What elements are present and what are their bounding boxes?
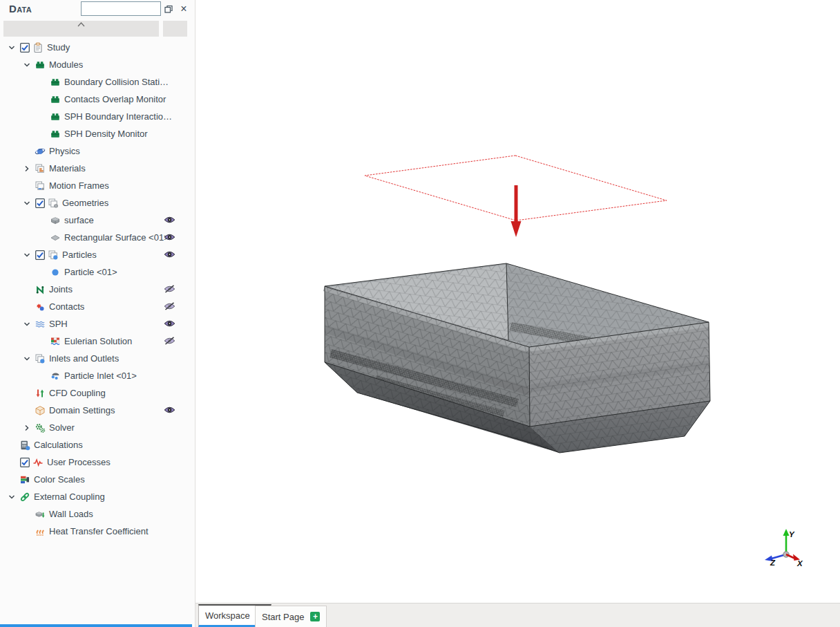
eye-visible-icon[interactable] [164, 250, 175, 259]
tree-checkbox[interactable] [18, 39, 31, 56]
eye-visible-icon[interactable] [164, 406, 175, 414]
tree-row[interactable]: SPH [0, 315, 195, 333]
tree-item-label: Contacts [49, 301, 84, 312]
orientation-axes: Y Z X [765, 529, 803, 568]
chevron-spacer [6, 453, 18, 471]
tree-row[interactable]: CFD Coupling [0, 384, 195, 402]
tree-row[interactable]: External Coupling [0, 488, 195, 505]
chevron-spacer [36, 73, 48, 91]
tree-row[interactable]: Solver [0, 419, 195, 436]
tree-row[interactable]: Color Scales [0, 471, 195, 488]
eye-visible-icon[interactable] [164, 233, 175, 241]
tree-row[interactable]: Eulerian Solution [0, 333, 195, 350]
tree-row[interactable]: Particle Inlet <01> [0, 367, 195, 384]
viewport-3d[interactable]: Y Z X [195, 0, 840, 603]
tree-row[interactable]: Particles [0, 246, 195, 263]
tree-item-label: Materials [49, 163, 86, 174]
tree-checkbox[interactable] [33, 246, 46, 263]
tree-row[interactable]: Boundary Collision Stati… [0, 73, 195, 91]
eye-visible-icon[interactable] [164, 216, 175, 224]
tree-row[interactable]: SPH Density Monitor [0, 125, 195, 142]
chevron-spacer [21, 298, 33, 315]
tree-item-label: Physics [49, 146, 80, 156]
tree-item-label: Contacts Overlap Monitor [64, 94, 166, 104]
panel-title: Data [9, 3, 32, 15]
tree-row[interactable]: Contacts [0, 298, 195, 315]
tab-workspace-label: Workspace [205, 610, 250, 621]
tree-item-label: Heat Transfer Coefficient [49, 526, 149, 536]
calculations-icon [18, 436, 32, 453]
undock-panel-icon[interactable] [162, 3, 175, 15]
tree-row[interactable]: Physics [0, 142, 195, 160]
cfd-icon [33, 384, 47, 402]
tree-item-label: surface [64, 215, 94, 225]
scene-canvas[interactable]: Y Z X [195, 0, 840, 603]
color-scales-icon [18, 471, 32, 488]
tree-item-label: Particles [62, 250, 97, 260]
tree: StudyModulesBoundary Collision Stati…Con… [0, 39, 195, 540]
tree-row[interactable]: Wall Loads [0, 505, 195, 523]
tree-item-label: SPH Boundary Interactio… [64, 111, 172, 122]
tree-row[interactable]: Inlets and Outlets [0, 350, 195, 367]
chevron-down-icon[interactable] [21, 315, 33, 333]
particle-icon [48, 263, 62, 281]
data-panel: Data × StudyModulesBoundary Collision St… [0, 0, 195, 627]
tree-row[interactable]: Domain Settings [0, 402, 195, 419]
meshed-hull-geometry[interactable] [323, 263, 710, 453]
add-tab-icon[interactable]: + [310, 612, 320, 621]
axis-label-y: Y [789, 530, 795, 539]
chevron-spacer [21, 281, 33, 298]
wall-loads-icon [33, 505, 47, 523]
collapsed-toolbar-secondary[interactable] [163, 21, 187, 37]
chevron-spacer [36, 108, 48, 125]
tree-item-label: Particle <01> [64, 267, 117, 277]
chevron-down-icon[interactable] [21, 246, 33, 263]
tree-checkbox[interactable] [33, 194, 46, 212]
tree-row[interactable]: Motion Frames [0, 177, 195, 194]
close-panel-icon[interactable]: × [178, 3, 190, 15]
chevron-spacer [21, 402, 33, 419]
inlet-flow-arrow[interactable] [511, 185, 522, 237]
tree-item-label: Rectangular Surface <01> [64, 232, 169, 243]
tree-row[interactable]: SPH Boundary Interactio… [0, 108, 195, 125]
eye-visible-icon[interactable] [164, 319, 175, 328]
tree-row[interactable]: Rectangular Surface <01> [0, 229, 195, 246]
particle-inlet-icon [48, 367, 62, 384]
tree-row[interactable]: Heat Transfer Coefficient [0, 523, 195, 540]
tree-row[interactable]: Study [0, 39, 195, 56]
chevron-right-icon[interactable] [21, 419, 33, 436]
tree-row[interactable]: Calculations [0, 436, 195, 453]
tree-checkbox[interactable] [18, 453, 31, 471]
tree-row[interactable]: Modules [0, 56, 195, 73]
solver-icon [33, 419, 47, 436]
tree-row[interactable]: Materials [0, 160, 195, 177]
motion-frames-icon [33, 177, 47, 194]
chevron-down-icon[interactable] [6, 39, 18, 56]
tab-start-page[interactable]: Start Page + [255, 606, 327, 627]
chevron-right-icon[interactable] [21, 160, 33, 177]
data-panel-header: Data × [0, 0, 195, 19]
tree-row[interactable]: Geometries [0, 194, 195, 212]
tree-row[interactable]: Joints [0, 281, 195, 298]
chevron-down-icon[interactable] [21, 194, 33, 212]
joints-icon [33, 281, 47, 298]
panel-bottom-accent [0, 624, 192, 627]
tree-row[interactable]: Contacts Overlap Monitor [0, 91, 195, 108]
search-input[interactable] [81, 1, 161, 16]
tree-row[interactable]: Particle <01> [0, 263, 195, 281]
chevron-down-icon[interactable] [21, 56, 33, 73]
collapse-caret-icon[interactable] [77, 18, 86, 24]
tree-item-label: SPH Density Monitor [64, 129, 148, 139]
eye-hidden-icon[interactable] [164, 285, 175, 293]
tree-item-label: Domain Settings [49, 405, 115, 415]
tree-row[interactable]: surface [0, 212, 195, 229]
chevron-spacer [36, 212, 48, 229]
chevron-down-icon[interactable] [21, 350, 33, 367]
tree-row[interactable]: User Processes [0, 453, 195, 471]
chevron-down-icon[interactable] [6, 488, 18, 505]
eye-hidden-icon[interactable] [164, 302, 175, 310]
chevron-spacer [36, 367, 48, 384]
tree-item-label: SPH [49, 319, 68, 329]
eye-hidden-icon[interactable] [164, 337, 175, 345]
tree-item-label: Geometries [62, 198, 108, 208]
